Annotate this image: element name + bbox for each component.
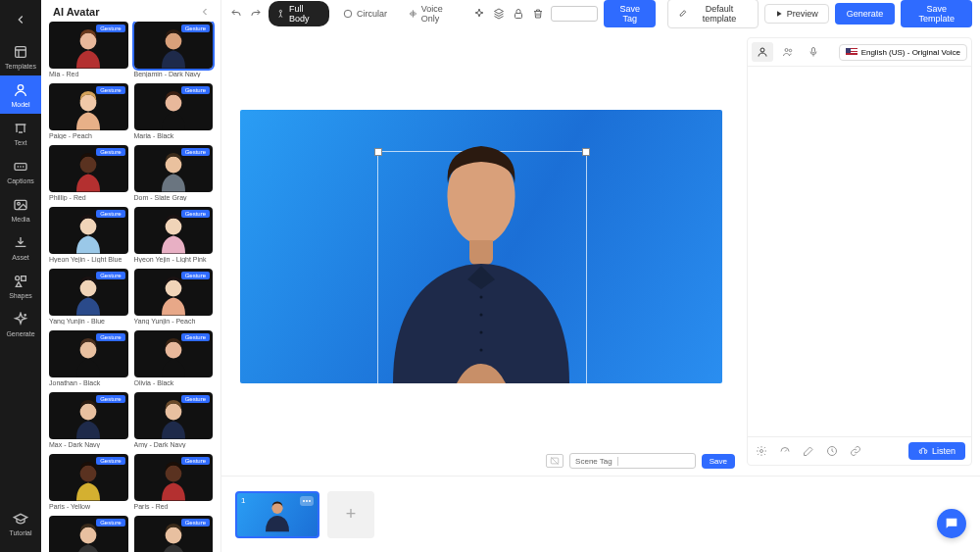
avatar-name: Hyeon Yejin - Light Blue — [49, 256, 128, 263]
avatar-thumb[interactable]: Gesture — [134, 516, 214, 552]
rail-label: Asset — [12, 254, 29, 261]
rail-item-generate[interactable]: Generate — [0, 305, 41, 343]
rail-label: Templates — [5, 63, 36, 70]
rail-item-templates[interactable]: Templates — [0, 37, 41, 75]
circular-option[interactable]: Circular — [335, 6, 395, 22]
generate-button[interactable]: Generate — [835, 3, 896, 25]
avatar-name: Maria - Black — [134, 132, 214, 139]
rail-item-captions[interactable]: Captions — [0, 152, 41, 190]
preview-label: Preview — [787, 9, 818, 19]
rail-label: Shapes — [9, 292, 32, 299]
avatar-thumb[interactable]: Gesture — [49, 269, 128, 316]
undo-button[interactable] — [229, 6, 243, 22]
media-icon — [12, 196, 29, 214]
tab-multi-person[interactable] — [777, 42, 799, 62]
voice-label: English (US) - Original Voice — [861, 48, 960, 57]
timeline: 1 + — [221, 476, 980, 552]
svg-point-29 — [480, 296, 483, 299]
avatar-thumb[interactable]: Gesture — [49, 454, 128, 501]
rail-tutorial[interactable]: Tutorial — [0, 504, 41, 542]
settings-icon[interactable] — [754, 443, 769, 459]
timeline-scene-1[interactable]: 1 — [235, 491, 319, 538]
avatar-thumb[interactable]: Gesture — [134, 454, 214, 501]
gesture-badge: Gesture — [96, 272, 124, 279]
chat-fab[interactable] — [937, 509, 966, 538]
svg-rect-28 — [514, 14, 521, 19]
avatar-name: Dom - Slate Gray — [134, 194, 214, 201]
avatar-card: GestureMaria - Black — [134, 83, 214, 139]
avatar-grid: GestureMia - RedGestureBenjamin - Dark N… — [41, 22, 220, 552]
avatar-card: GestureHyeon Yejin - Light Pink — [134, 207, 214, 263]
avatar-name: Paris - Red — [134, 503, 214, 510]
default-template-button[interactable]: Default template — [667, 0, 758, 28]
tag-input[interactable] — [551, 6, 598, 22]
speed-icon[interactable] — [777, 443, 793, 459]
link-icon[interactable] — [848, 443, 863, 459]
avatar-thumb[interactable]: Gesture — [49, 22, 128, 69]
scene-tag-input[interactable] — [618, 457, 695, 466]
rail-label: Generate — [6, 330, 34, 337]
avatar-thumb[interactable]: Gesture — [134, 145, 214, 192]
avatar-card: Gesture — [49, 516, 128, 552]
avatar-thumb[interactable]: Gesture — [49, 83, 128, 130]
rail-item-media[interactable]: Media — [0, 190, 41, 228]
delete-button[interactable] — [531, 6, 545, 22]
tutorial-icon — [12, 510, 29, 527]
avatar-thumb[interactable]: Gesture — [134, 269, 214, 316]
circular-label: Circular — [357, 9, 387, 19]
scene-menu-icon[interactable] — [300, 496, 314, 506]
add-scene-button[interactable]: + — [327, 491, 374, 538]
avatar-name: Benjamin - Dark Navy — [134, 71, 214, 77]
rail-item-text[interactable]: Text — [0, 114, 41, 152]
avatar-thumb[interactable]: Gesture — [49, 207, 128, 254]
svg-point-27 — [344, 10, 352, 18]
templates-icon — [12, 43, 29, 61]
scene-save-button[interactable]: Save — [702, 454, 735, 469]
avatar-thumb[interactable]: Gesture — [49, 516, 128, 552]
tab-single-person[interactable] — [752, 42, 773, 62]
avatar-thumb[interactable]: Gesture — [49, 392, 128, 439]
voice-only-label: Voice Only — [421, 4, 459, 24]
redo-button[interactable] — [249, 6, 263, 22]
rail-label: Text — [15, 139, 27, 146]
avatar-main[interactable] — [334, 128, 628, 383]
avatar-thumb[interactable]: Gesture — [134, 392, 214, 439]
layers-button[interactable] — [492, 6, 506, 22]
avatar-thumb[interactable]: Gesture — [134, 22, 214, 69]
voice-selector[interactable]: English (US) - Original Voice — [839, 44, 967, 61]
save-tag-button[interactable]: Save Tag — [604, 0, 656, 27]
rail-item-shapes[interactable]: Shapes — [0, 267, 41, 305]
svg-point-5 — [16, 276, 20, 280]
tab-microphone[interactable] — [803, 42, 824, 62]
svg-point-31 — [480, 331, 483, 334]
avatar-thumb[interactable]: Gesture — [134, 207, 214, 254]
avatar-thumb[interactable]: Gesture — [49, 330, 128, 377]
wand-icon[interactable] — [801, 443, 816, 459]
avatar-thumb[interactable]: Gesture — [134, 330, 214, 377]
no-image-icon[interactable] — [546, 454, 564, 468]
back-button[interactable] — [9, 8, 32, 31]
panel-collapse-button[interactable] — [199, 6, 211, 18]
lock-button[interactable] — [512, 6, 525, 22]
right-panel-body[interactable] — [748, 67, 971, 436]
avatar-thumb[interactable]: Gesture — [49, 145, 128, 192]
listen-button[interactable]: Listen — [908, 442, 965, 460]
avatar-name: Paige - Peach — [49, 132, 128, 139]
preview-button[interactable]: Preview — [764, 4, 829, 24]
save-template-button[interactable]: Save Template — [901, 0, 972, 27]
avatar-card: GestureBenjamin - Dark Navy — [134, 22, 214, 77]
gesture-badge: Gesture — [181, 333, 210, 341]
rail-item-asset[interactable]: Asset — [0, 228, 41, 267]
full-body-option[interactable]: Full Body — [269, 1, 329, 26]
avatar-name: Hyeon Yejin - Light Pink — [134, 256, 214, 263]
history-icon[interactable] — [824, 443, 840, 459]
avatar-thumb[interactable]: Gesture — [134, 83, 214, 130]
voice-only-option[interactable]: Voice Only — [401, 1, 466, 26]
svg-point-30 — [480, 314, 483, 317]
svg-rect-6 — [22, 276, 26, 281]
sparkle-button[interactable] — [472, 6, 486, 22]
gesture-badge: Gesture — [181, 457, 210, 465]
rail-item-model[interactable]: Model — [0, 75, 41, 114]
stage[interactable] — [240, 110, 722, 383]
right-panel: English (US) - Original Voice Listen — [747, 37, 972, 466]
